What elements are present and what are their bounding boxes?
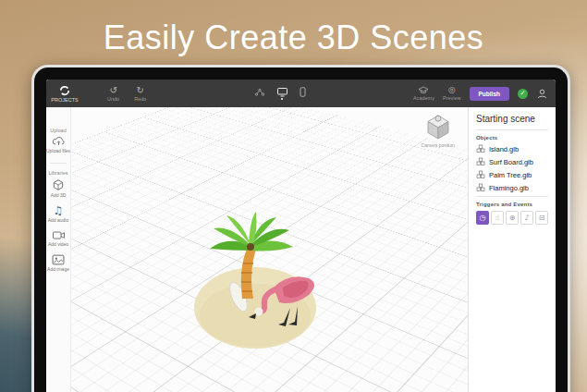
laptop-frame: PROJECTS ↺ Undo ↻ Redo <box>31 65 570 392</box>
saved-check-badge: ✓ <box>518 89 528 99</box>
publish-button[interactable]: Publish <box>470 87 509 101</box>
app-logo-icon <box>59 85 70 96</box>
left-sidebar: Upload Upload files Libraries Add 3D ♫ A… <box>46 107 71 392</box>
vr-view-button[interactable] <box>254 88 265 100</box>
music-note-icon: ♫ <box>54 205 64 216</box>
undo-icon: ↺ <box>109 86 116 95</box>
check-icon: ✓ <box>520 91 526 97</box>
cube-3d-icon <box>52 178 65 191</box>
blocks-icon <box>476 170 485 179</box>
object-list-item[interactable]: Palm Tree.glb <box>476 170 548 179</box>
triggers-header: Triggers and Events <box>476 202 548 207</box>
app-toolbar: PROJECTS ↺ Undo ↻ Redo <box>46 80 556 107</box>
click-trigger-button[interactable]: ☝ <box>491 211 504 225</box>
add-video-button[interactable]: Add video <box>48 230 68 247</box>
monitor-icon <box>276 87 288 97</box>
collision-trigger-button[interactable]: ⊕ <box>506 211 519 225</box>
history-controls: ↺ Undo ↻ Redo <box>107 86 146 102</box>
scene-title: Starting scene <box>476 114 548 124</box>
desktop-view-button[interactable] <box>276 87 288 100</box>
object-list-item[interactable]: Flamingo.glb <box>476 183 548 192</box>
image-icon <box>52 254 65 265</box>
device-view-toggles <box>254 87 306 100</box>
view-cube-icon <box>425 113 451 141</box>
object-list-item[interactable]: Surf Board.glb <box>476 157 548 166</box>
app-screen: PROJECTS ↺ Undo ↻ Redo <box>46 80 556 392</box>
video-trigger-button[interactable]: ⊟ <box>535 211 548 225</box>
objects-header: Objects <box>476 135 548 141</box>
home-logo-button[interactable]: PROJECTS <box>46 85 83 103</box>
cloud-upload-icon <box>52 136 66 147</box>
undo-button[interactable]: ↺ Undo <box>107 86 119 102</box>
home-logo-label: PROJECTS <box>51 97 78 103</box>
timer-trigger-button[interactable]: ◷ <box>476 211 489 225</box>
scene-panel: Starting scene Objects Island.glb Surf B… <box>468 107 556 392</box>
upload-section-header: Upload <box>50 128 66 133</box>
add-3d-button[interactable]: Add 3D <box>51 178 67 198</box>
preview-eye-icon: ◎ <box>448 86 456 94</box>
libraries-section-header: Libraries <box>48 170 67 176</box>
trigger-buttons-row: ◷ ☝ ⊕ ♪ ⊟ <box>476 211 548 225</box>
toolbar-right-cluster: Academy ◎ Preview Publish ✓ <box>413 86 548 101</box>
redo-button[interactable]: ↻ Redo <box>134 86 146 102</box>
page-title: Easily Create 3D Scenes <box>0 18 587 57</box>
redo-icon: ↻ <box>137 86 144 95</box>
object-list-item[interactable]: Island.glb <box>476 144 548 153</box>
add-audio-button[interactable]: ♫ Add audio <box>48 205 69 223</box>
blocks-icon <box>476 157 485 166</box>
scene-objects[interactable] <box>163 199 348 356</box>
video-camera-icon <box>52 230 66 240</box>
account-icon[interactable] <box>536 88 548 100</box>
academy-button[interactable]: Academy <box>413 86 434 101</box>
smartphone-icon <box>300 87 306 97</box>
graduation-cap-icon <box>418 86 429 94</box>
blocks-icon <box>476 183 485 192</box>
editor-main: Upload Upload files Libraries Add 3D ♫ A… <box>46 107 556 392</box>
camera-position-widget[interactable]: Camera position <box>422 113 455 148</box>
viewport-3d[interactable]: Camera position STARTING SCENE 3D VIEW W… <box>71 107 468 392</box>
preview-button[interactable]: ◎ Preview <box>443 86 461 101</box>
add-image-button[interactable]: Add image <box>47 254 69 272</box>
upload-files-button[interactable]: Upload files <box>46 136 70 153</box>
mobile-view-button[interactable] <box>300 87 306 100</box>
blocks-icon <box>476 144 485 153</box>
sound-trigger-button[interactable]: ♪ <box>520 211 533 225</box>
vr-headset-icon <box>254 88 265 97</box>
